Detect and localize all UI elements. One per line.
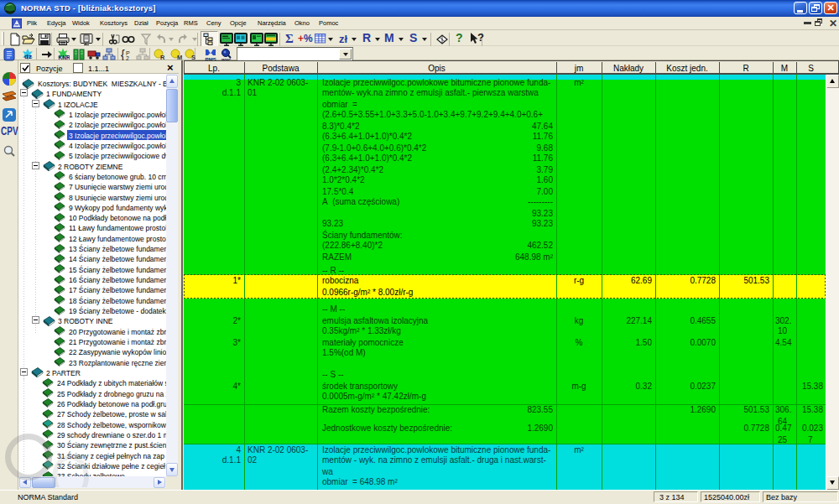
svg-text:dz: dz: [24, 53, 32, 60]
svg-text:KNR: KNR: [59, 55, 70, 60]
svg-text:{: {: [121, 48, 125, 61]
